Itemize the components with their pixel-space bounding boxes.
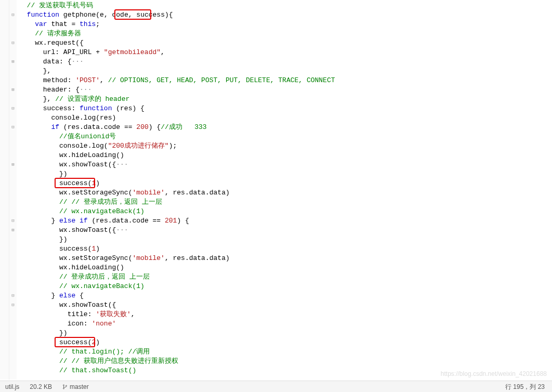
fold-expand-icon[interactable] [9, 226, 17, 235]
fold-spacer [9, 151, 17, 160]
code-line[interactable]: // wx.navigateBack(1) [19, 282, 550, 291]
fold-spacer [9, 338, 17, 347]
fold-collapse-icon[interactable] [9, 216, 17, 226]
code-line[interactable]: var that = this; [19, 20, 550, 29]
fold-spacer [9, 67, 17, 76]
fold-collapse-icon[interactable] [9, 10, 17, 20]
code-line[interactable]: wx.hideLoading() [19, 151, 550, 160]
gutter [0, 0, 9, 380]
code-line[interactable]: // that.showToast() [19, 366, 550, 375]
fold-spacer [9, 48, 17, 57]
code-area[interactable]: // 发送获取手机号码 function getphone(e, code, s… [17, 0, 552, 380]
code-line[interactable]: method: 'POST', // OPTIONS, GET, HEAD, P… [19, 76, 550, 85]
fold-expand-icon[interactable] [9, 85, 17, 95]
fold-spacer [9, 20, 17, 29]
status-filesize: 20.2 KB [24, 382, 57, 391]
code-line[interactable]: success: function (res) { [19, 104, 550, 113]
fold-spacer [9, 179, 17, 188]
code-line[interactable]: }) [19, 169, 550, 179]
status-branch-name: master [70, 382, 89, 391]
code-line[interactable]: wx.setStorageSync('mobile', res.data.dat… [19, 188, 550, 198]
code-line[interactable]: } else if (res.data.code == 201) { [19, 216, 550, 226]
status-branch[interactable]: master [57, 382, 94, 391]
fold-spacer [9, 141, 17, 151]
fold-spacer [9, 310, 17, 319]
fold-spacer [9, 95, 17, 104]
code-line[interactable]: console.log("200成功进行储存"); [19, 141, 550, 151]
code-line[interactable]: wx.showToast({··· [19, 160, 550, 169]
fold-spacer [9, 254, 17, 263]
code-line[interactable]: }) [19, 329, 550, 338]
code-line[interactable]: success(2) [19, 338, 550, 347]
code-line[interactable]: // that.login(); //调用 [19, 347, 550, 357]
fold-spacer [9, 1, 17, 10]
fold-column[interactable] [9, 0, 17, 380]
fold-spacer [9, 132, 17, 141]
fold-spacer [9, 347, 17, 357]
code-line[interactable]: console.log(res) [19, 113, 550, 123]
fold-collapse-icon[interactable] [9, 123, 17, 132]
fold-spacer [9, 169, 17, 179]
code-line[interactable]: // 发送获取手机号码 [19, 1, 550, 10]
fold-spacer [9, 329, 17, 338]
fold-spacer [9, 319, 17, 329]
code-line[interactable]: }, // 设置请求的 header [19, 95, 550, 104]
fold-spacer [9, 29, 17, 38]
fold-collapse-icon[interactable] [9, 38, 17, 48]
code-line[interactable]: wx.showToast({··· [19, 226, 550, 235]
fold-spacer [9, 357, 17, 366]
code-line[interactable]: }) [19, 235, 550, 244]
fold-spacer [9, 244, 17, 254]
code-line[interactable]: data: {··· [19, 57, 550, 67]
code-line[interactable]: // wx.navigateBack(1) [19, 207, 550, 216]
code-line[interactable]: success(1) [19, 244, 550, 254]
status-filename: util.js [0, 382, 24, 391]
code-line[interactable]: // // 获取用户信息失败进行重新授权 [19, 357, 550, 366]
status-bar: util.js 20.2 KB master 行 195，列 23 [0, 381, 552, 392]
fold-spacer [9, 263, 17, 272]
fold-spacer [9, 366, 17, 375]
code-line[interactable]: title: '获取失败', [19, 310, 550, 319]
code-line[interactable]: success(1) [19, 179, 550, 188]
git-branch-icon [62, 384, 68, 390]
code-editor[interactable]: // 发送获取手机号码 function getphone(e, code, s… [0, 0, 552, 380]
fold-collapse-icon[interactable] [9, 291, 17, 300]
code-line[interactable]: // // 登录成功后，返回 上一层 [19, 198, 550, 207]
fold-collapse-icon[interactable] [9, 104, 17, 113]
fold-expand-icon[interactable] [9, 57, 17, 67]
fold-spacer [9, 76, 17, 85]
code-line[interactable]: //值名unionid号 [19, 132, 550, 141]
code-line[interactable]: wx.setStorageSync('mobile', res.data.dat… [19, 254, 550, 263]
code-line[interactable]: wx.request({ [19, 38, 550, 48]
fold-spacer [9, 207, 17, 216]
code-line[interactable]: // 登录成功后，返回 上一层 [19, 272, 550, 282]
fold-spacer [9, 235, 17, 244]
fold-expand-icon[interactable] [9, 160, 17, 169]
code-line[interactable]: if (res.data.code == 200) {//成功 333 [19, 123, 550, 132]
code-line[interactable]: header: {··· [19, 85, 550, 95]
status-cursor-position: 行 195，列 23 [498, 382, 552, 391]
code-line[interactable]: wx.showToast({ [19, 300, 550, 310]
code-line[interactable]: icon: 'none' [19, 319, 550, 329]
fold-spacer [9, 198, 17, 207]
fold-spacer [9, 113, 17, 123]
code-line[interactable]: }, [19, 67, 550, 76]
code-line[interactable]: } else { [19, 291, 550, 300]
code-line[interactable]: wx.hideLoading() [19, 263, 550, 272]
fold-spacer [9, 272, 17, 282]
code-line[interactable]: url: API_URL + "getmobileadd", [19, 48, 550, 57]
code-line[interactable]: function getphone(e, code, success){ [19, 10, 550, 20]
fold-collapse-icon[interactable] [9, 300, 17, 310]
fold-spacer [9, 282, 17, 291]
svg-point-0 [63, 384, 64, 385]
fold-spacer [9, 188, 17, 198]
code-line[interactable]: // 请求服务器 [19, 29, 550, 38]
svg-point-2 [66, 385, 67, 386]
svg-point-1 [63, 388, 64, 389]
